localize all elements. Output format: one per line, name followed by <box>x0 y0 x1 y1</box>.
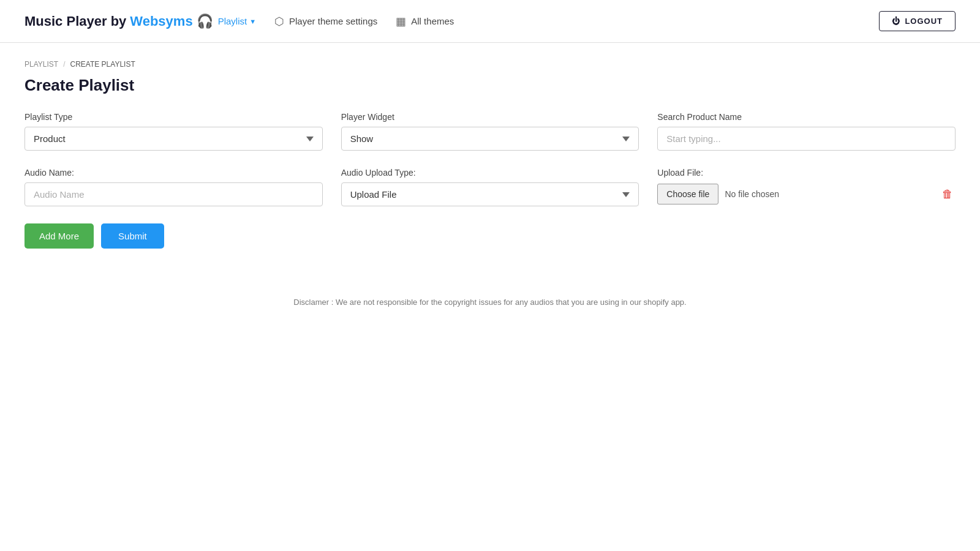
audio-upload-type-label: Audio Upload Type: <box>341 168 639 178</box>
audio-name-label: Audio Name: <box>24 168 323 178</box>
playlist-type-select[interactable]: Product Album Artist <box>24 127 323 151</box>
logo-text: Music Player by <box>24 13 126 29</box>
nav-item-all-themes-label: All themes <box>411 16 454 26</box>
player-widget-select[interactable]: Show Hide <box>341 127 639 151</box>
logo: Music Player by Websyms 🎧 <box>24 13 213 29</box>
player-widget-group: Player Widget Show Hide <box>341 112 639 151</box>
form-row-2: Audio Name: Audio Upload Type: Upload Fi… <box>24 168 956 206</box>
breadcrumb-parent[interactable]: PLAYLIST <box>24 60 58 69</box>
settings-icon: ⬡ <box>274 15 284 28</box>
logout-label: LOGOUT <box>905 17 943 26</box>
audio-name-input[interactable] <box>24 182 323 206</box>
playlist-nav-label: Playlist <box>218 16 247 26</box>
add-more-button[interactable]: Add More <box>24 223 94 249</box>
playlist-type-group: Playlist Type Product Album Artist <box>24 112 323 151</box>
audio-upload-type-group: Audio Upload Type: Upload File URL YouTu… <box>341 168 639 206</box>
header: Music Player by Websyms 🎧 Playlist ▼ ⬡ P… <box>0 0 980 43</box>
nav-item-player-theme-settings[interactable]: ⬡ Player theme settings <box>274 15 377 28</box>
delete-file-button[interactable]: 🗑 <box>940 186 956 203</box>
nav-items: ⬡ Player theme settings ▦ All themes <box>274 15 879 28</box>
themes-icon: ▦ <box>396 15 406 28</box>
breadcrumb-current: CREATE PLAYLIST <box>70 60 135 69</box>
breadcrumb: PLAYLIST / CREATE PLAYLIST <box>0 43 980 73</box>
power-icon: ⏻ <box>892 17 900 26</box>
chevron-down-icon: ▼ <box>249 18 256 25</box>
trash-icon: 🗑 <box>942 188 953 200</box>
disclaimer: Disclamer : We are not responsible for t… <box>0 285 980 331</box>
page-title: Create Playlist <box>0 73 980 112</box>
search-product-group: Search Product Name <box>657 112 956 151</box>
upload-file-row: Choose file No file chosen 🗑 <box>657 184 956 204</box>
player-widget-label: Player Widget <box>341 112 639 122</box>
nav-item-player-theme-settings-label: Player theme settings <box>289 16 377 26</box>
headphones-icon: 🎧 <box>197 13 213 29</box>
upload-file-label: Upload File: <box>657 168 956 178</box>
search-product-input[interactable] <box>657 127 956 151</box>
submit-button[interactable]: Submit <box>101 223 164 249</box>
action-row: Add More Submit <box>24 223 956 249</box>
main-content: Playlist Type Product Album Artist Playe… <box>0 112 980 249</box>
playlist-nav[interactable]: Playlist ▼ <box>218 16 256 26</box>
choose-file-button[interactable]: Choose file <box>657 184 718 204</box>
logo-brand: Websyms <box>130 13 192 29</box>
upload-file-group: Upload File: Choose file No file chosen … <box>657 168 956 206</box>
audio-upload-type-select[interactable]: Upload File URL YouTube <box>341 182 639 206</box>
audio-name-group: Audio Name: <box>24 168 323 206</box>
breadcrumb-separator: / <box>63 60 65 69</box>
no-file-text: No file chosen <box>725 189 779 199</box>
logout-button[interactable]: ⏻ LOGOUT <box>879 11 956 31</box>
form-row-1: Playlist Type Product Album Artist Playe… <box>24 112 956 151</box>
nav-item-all-themes[interactable]: ▦ All themes <box>396 15 454 28</box>
search-product-label: Search Product Name <box>657 112 956 122</box>
playlist-type-label: Playlist Type <box>24 112 323 122</box>
